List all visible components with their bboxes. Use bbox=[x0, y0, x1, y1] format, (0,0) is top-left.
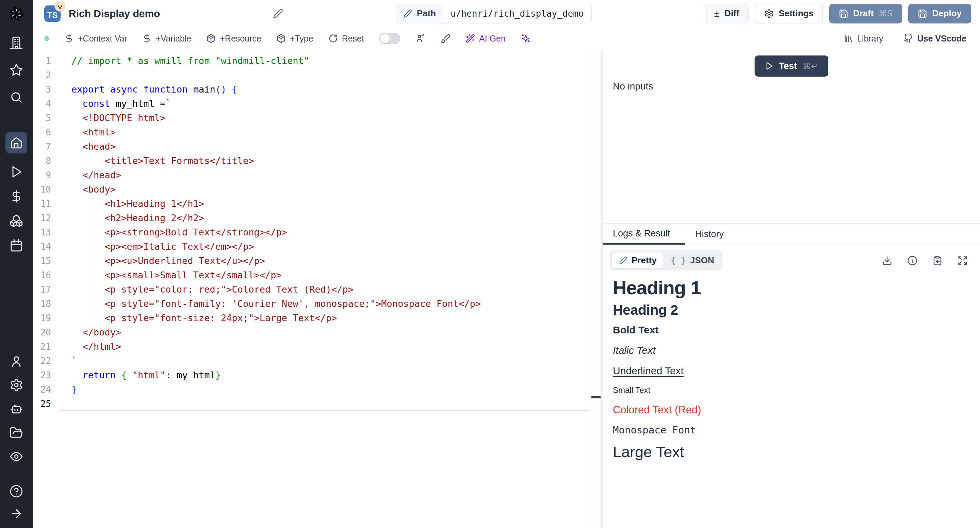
tab-history[interactable]: History bbox=[685, 224, 739, 245]
sidebar-item-resources[interactable] bbox=[10, 214, 23, 227]
use-vscode-button[interactable]: Use VScode bbox=[904, 34, 966, 43]
code-text[interactable]: <p style="font-size: 24px;">Large Text</… bbox=[60, 311, 590, 325]
result-italic: Italic Text bbox=[613, 345, 970, 356]
code-line-9[interactable]: 9 </head> bbox=[33, 168, 601, 182]
windmill-logo-icon[interactable] bbox=[8, 5, 25, 22]
reset-button[interactable]: Reset bbox=[328, 34, 364, 43]
diff-button[interactable]: ± Diff bbox=[705, 4, 749, 24]
code-text[interactable]: export async function main() { bbox=[60, 82, 590, 97]
code-line-10[interactable]: 10 <body> bbox=[33, 182, 601, 197]
expand-icon[interactable] bbox=[958, 256, 968, 266]
code-text[interactable]: </html> bbox=[60, 340, 590, 354]
code-line-5[interactable]: 5 <!DOCTYPE html> bbox=[33, 111, 601, 125]
sidebar-item-audit[interactable] bbox=[10, 450, 23, 463]
sidebar-item-workers[interactable] bbox=[10, 402, 23, 416]
code-text[interactable]: <p style="color: red;">Colored Text (Red… bbox=[60, 282, 590, 297]
code-line-19[interactable]: 19 <p style="font-size: 24px;">Large Tex… bbox=[33, 311, 601, 325]
code-line-12[interactable]: 12 <h2>Heading 2</h2> bbox=[33, 211, 601, 225]
sidebar-collapse-toggle[interactable] bbox=[10, 507, 23, 520]
code-text[interactable] bbox=[60, 397, 590, 411]
edit-summary-button[interactable] bbox=[273, 8, 283, 19]
building-icon bbox=[10, 36, 23, 50]
code-line-13[interactable]: 13 <p><strong>Bold Text</strong></p> bbox=[33, 225, 601, 240]
multiplayer-users-icon[interactable] bbox=[415, 33, 425, 43]
code-line-11[interactable]: 11 <h1>Heading 1</h1> bbox=[33, 197, 601, 211]
sidebar-item-users[interactable] bbox=[10, 355, 23, 368]
library-button[interactable]: Library bbox=[843, 34, 883, 43]
code-line-20[interactable]: 20 </body> bbox=[33, 325, 601, 340]
code-line-7[interactable]: 7 <head> bbox=[33, 140, 601, 154]
code-line-4[interactable]: 4 const my_html =` bbox=[33, 97, 601, 111]
code-line-1[interactable]: 1// import * as wmill from "windmill-cli… bbox=[33, 54, 601, 68]
download-icon[interactable] bbox=[882, 256, 892, 266]
code-text[interactable]: <h2>Heading 2</h2> bbox=[60, 211, 590, 225]
save-icon bbox=[918, 9, 927, 18]
ai-gen-button[interactable]: AI Gen bbox=[466, 34, 506, 43]
add-context-var-button[interactable]: +Context Var bbox=[64, 34, 127, 43]
info-icon[interactable] bbox=[907, 256, 917, 266]
code-line-15[interactable]: 15 <p><u>Underlined Text</u></p> bbox=[33, 254, 601, 268]
multiplayer-toggle[interactable] bbox=[379, 33, 400, 44]
code-text[interactable]: </head> bbox=[60, 168, 590, 182]
add-resource-button[interactable]: +Resource bbox=[206, 34, 261, 43]
sidebar-item-variables[interactable] bbox=[10, 189, 23, 203]
pretty-view-button[interactable]: Pretty bbox=[612, 252, 664, 269]
code-line-8[interactable]: 8 <title>Text Formats</title> bbox=[33, 154, 601, 168]
code-editor[interactable]: 1// import * as wmill from "windmill-cli… bbox=[33, 50, 601, 528]
code-text[interactable]: <body> bbox=[60, 182, 590, 197]
code-text[interactable]: ` bbox=[60, 354, 590, 368]
code-text[interactable]: } bbox=[60, 382, 590, 397]
code-text[interactable]: <p><em>Italic Text</em></p> bbox=[60, 240, 590, 254]
sidebar-item-schedules[interactable] bbox=[10, 239, 23, 252]
sidebar-item-folders[interactable] bbox=[10, 426, 23, 439]
code-text[interactable]: // import * as wmill from "windmill-clie… bbox=[60, 54, 590, 68]
tab-logs-result[interactable]: Logs & Result bbox=[603, 224, 685, 245]
code-text[interactable] bbox=[60, 68, 590, 82]
sidebar-item-settings[interactable] bbox=[10, 378, 23, 392]
code-line-21[interactable]: 21 </html> bbox=[33, 340, 601, 354]
code-line-17[interactable]: 17 <p style="color: red;">Colored Text (… bbox=[33, 282, 601, 297]
code-text[interactable]: <p style="font-family: 'Courier New', mo… bbox=[60, 297, 590, 311]
add-variable-button[interactable]: +Variable bbox=[142, 34, 191, 43]
code-text[interactable]: <p><small>Small Text</small></p> bbox=[60, 268, 590, 282]
code-text[interactable]: <title>Text Formats</title> bbox=[60, 154, 590, 168]
code-line-18[interactable]: 18 <p style="font-family: 'Courier New',… bbox=[33, 297, 601, 311]
code-text[interactable]: <h1>Heading 1</h1> bbox=[60, 197, 590, 211]
sparkles-icon[interactable] bbox=[520, 33, 531, 43]
settings-button-label: Settings bbox=[778, 8, 814, 19]
code-text[interactable]: const my_html =` bbox=[60, 97, 590, 111]
json-view-button[interactable]: { } JSON bbox=[664, 253, 721, 269]
code-line-16[interactable]: 16 <p><small>Small Text</small></p> bbox=[33, 268, 601, 282]
clipboard-copy-icon[interactable] bbox=[932, 256, 943, 266]
sidebar-item-workspace[interactable] bbox=[10, 36, 23, 50]
code-text[interactable]: return { "html": my_html} bbox=[60, 368, 590, 382]
format-paintbrush-icon[interactable] bbox=[440, 33, 450, 43]
code-text[interactable]: <html> bbox=[60, 125, 590, 140]
draft-button[interactable]: Draft ⌘S bbox=[829, 4, 902, 24]
code-text[interactable]: <p><strong>Bold Text</strong></p> bbox=[60, 225, 590, 240]
code-text[interactable]: <head> bbox=[60, 140, 590, 154]
sidebar-item-search[interactable] bbox=[10, 91, 23, 104]
sidebar-item-help[interactable] bbox=[10, 485, 23, 498]
code-line-22[interactable]: 22` bbox=[33, 354, 601, 368]
deploy-button[interactable]: Deploy bbox=[908, 4, 971, 24]
editor-overview-ruler[interactable] bbox=[591, 50, 601, 528]
code-line-14[interactable]: 14 <p><em>Italic Text</em></p> bbox=[33, 240, 601, 254]
code-text[interactable]: <p><u>Underlined Text</u></p> bbox=[60, 254, 590, 268]
sidebar-item-favorites[interactable] bbox=[10, 63, 23, 77]
add-type-button[interactable]: +Type bbox=[276, 34, 313, 43]
test-button[interactable]: Test ⌘↵ bbox=[754, 56, 828, 76]
script-path-field[interactable]: Path u/henri/rich_display_demo bbox=[396, 4, 592, 24]
settings-button[interactable]: Settings bbox=[755, 4, 823, 24]
sidebar-item-runs[interactable] bbox=[10, 165, 23, 179]
code-line-23[interactable]: 23 return { "html": my_html} bbox=[33, 368, 601, 382]
code-line-6[interactable]: 6 <html> bbox=[33, 125, 601, 140]
sidebar-item-home[interactable] bbox=[5, 132, 27, 153]
code-line-24[interactable]: 24} bbox=[33, 382, 601, 397]
code-line-25[interactable]: 25 bbox=[33, 397, 601, 411]
calendar-icon bbox=[10, 239, 23, 252]
code-line-3[interactable]: 3export async function main() { bbox=[33, 82, 601, 97]
code-text[interactable]: </body> bbox=[60, 325, 590, 340]
code-line-2[interactable]: 2 bbox=[33, 68, 601, 82]
code-text[interactable]: <!DOCTYPE html> bbox=[60, 111, 590, 125]
